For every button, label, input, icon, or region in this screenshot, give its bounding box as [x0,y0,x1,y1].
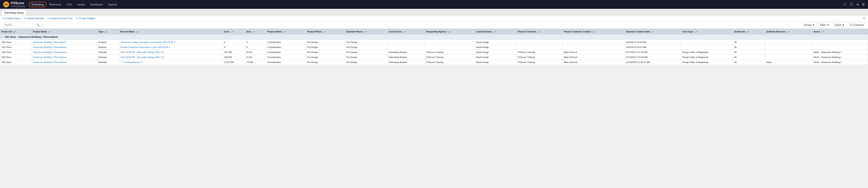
group-row: − CB1 Reno - Classroom Building 1 Renova… [0,34,868,40]
col-project-name[interactable]: Project Name ▲▼ [32,29,97,34]
sort-icon-estimate-revision: ▲▼ [786,31,790,33]
cell-cost-type: Rough Order of Magnitude [681,50,733,55]
help-icon[interactable]: ⓘ [850,2,853,7]
col-estimate-phase[interactable]: Estimate Phase ▲▼ [345,29,388,34]
cell-project-status: Consideration [266,60,306,65]
sort-icon-record-name: ▲▼ [135,31,139,33]
nav-dashboard[interactable]: Dashboard [88,1,105,8]
sort-icon-requesting-agency: ▲▼ [447,31,451,33]
filters-button[interactable]: Filters ▼ [818,23,831,27]
search-wrap: 🔍 [2,23,42,27]
cell-record-name[interactable]: Review Classroom Renovation Costs 2024 0… [119,45,223,50]
search-icon: 🔍 [36,24,39,27]
cell-lead-estimator: David Hough [475,50,517,55]
col-estimate-revision[interactable]: Estimate Revision ▲▼ [765,29,812,34]
nav-reports[interactable]: Reports [106,1,120,8]
cell-record-name[interactable]: CALCULATOR - Renovate Ceilings ONLY v1 [119,50,223,55]
cell-cost-source: Estimating Module [388,50,425,55]
create-analysis-button[interactable]: ✎ Create Analysis [76,17,95,20]
col-project-customer[interactable]: Project Customer ▲▼ [517,29,563,34]
cell-size: 8,125 [245,55,266,60]
cell-record-name[interactable]: CALCULATOR - Renovate Ceilings ONLY v2 [119,55,223,60]
col-system-id[interactable]: System ID ▲▼ [733,29,765,34]
col-cost[interactable]: Cost ▲▼ [223,29,245,34]
cell-asset [812,45,868,50]
cell-estimate-creation-date: 3/4/2024 6:19:27 AM [625,45,681,50]
search-input[interactable] [4,24,36,26]
col-project-status[interactable]: Project Status ▲▼ [266,29,306,34]
create-project-icon: ✎ [2,17,5,20]
nav-assets[interactable]: Assets [75,1,87,8]
groups-chevron-icon: ▼ [812,24,815,26]
cell-type: Estimate [97,55,119,60]
sort-icon-project-customer-contact: ▲▼ [592,31,596,33]
sort-icon-system-id: ▲▼ [746,31,749,33]
tab-estimating-library[interactable]: Estimating Library [2,10,27,16]
col-lead-estimator[interactable]: Lead Estimator ▲▼ [475,29,517,34]
cell-project-name[interactable]: Classroom Building 1 Renovations [32,40,97,45]
col-record-name[interactable]: Record Name ▲▼ [119,29,223,34]
col-cost-type[interactable]: Cost Type ▲▼ [681,29,733,34]
cell-system-id: 46 [733,40,765,45]
col-size[interactable]: Size ▲▼ [245,29,266,34]
cell-record-name[interactable]: *** Funding Request *** [119,60,223,65]
groups-button[interactable]: Groups ▼ [802,23,816,27]
cell-requesting-agency: FOScore Training [425,60,475,65]
col-project-customer-contact[interactable]: Project Customer Contact ▲▼ [563,29,625,34]
col-type[interactable]: Type ▲▼ [97,29,119,34]
refresh-button[interactable]: ↻ [863,17,866,20]
cell-cost-source [388,45,425,50]
group-collapse-icon[interactable]: − [1,35,3,38]
logo-text: FOScore Cost Estimating [11,1,25,7]
cell-requesting-agency [425,45,475,50]
cell-project-status: Consideration [266,40,306,45]
cell-estimate-phase: Pre-Design [345,60,388,65]
cell-project-name[interactable]: Classroom Building 1 Renovations [32,60,97,65]
cell-cost-type [681,45,733,50]
col-requesting-agency[interactable]: Requesting Agency ▲▼ [425,29,475,34]
nav-tco[interactable]: TCO [64,1,74,8]
nav-reference[interactable]: Reference [47,1,64,8]
cell-project-name[interactable]: Classroom Building 1 Renovations [32,50,97,55]
create-analysis-icon: ✎ [76,17,78,20]
cell-asset [812,40,868,45]
col-estimate-creation-date[interactable]: Estimate Creation Date ▲▼ [625,29,681,34]
cell-project-customer [517,45,563,50]
cell-estimate-revision: Initial [765,60,812,65]
header-right: ☺ ⓘ ➜ ⚙ [843,2,865,7]
create-project-button[interactable]: ✎ Create Project [2,17,21,20]
cell-project-customer: FOScore Training [517,60,563,65]
cell-cost: 2,221,009 [223,60,245,65]
table-row: CB1 RenoClassroom Building 1 Renovations… [0,60,868,65]
col-cost-source[interactable]: Cost Source ▲▼ [388,29,425,34]
data-table: Project ID ▲▼ Project Name ▲▼ Type ▲▼ Re… [0,29,868,65]
create-external-cost-button[interactable]: ✎ Create External Cost [47,17,72,20]
cell-project-phase: Pre-Design [306,50,345,55]
create-estimate-button[interactable]: ✎ Create Estimate [24,17,44,20]
cell-project-name[interactable]: Classroom Building 1 Renovations [32,45,97,50]
customize-button[interactable]: ☰ Customize [848,23,866,27]
user-icon[interactable]: ☺ [843,3,847,6]
cell-project-name[interactable]: Classroom Building 1 Renovations [32,55,97,60]
export-button[interactable]: Export ▼ [833,23,846,27]
nav-estimating[interactable]: Estimating [29,2,46,7]
cell-lead-estimator: David Hough [475,55,517,60]
cell-size: 8,125 [245,50,266,55]
cell-record-name[interactable]: Classroom Ceiling Calculator Cost Review… [119,40,223,45]
col-asset[interactable]: Asset ▲▼ [812,29,868,34]
cell-system-id: 46 [733,60,765,65]
cell-cost-source [388,40,425,45]
cell-asset: North - Classroom Building 1 [812,50,868,55]
logout-icon[interactable]: ➜ [856,3,859,6]
col-project-phase[interactable]: Project Phase ▲▼ [306,29,345,34]
toolbar: ✎ Create Project ✎ Create Estimate ✎ Cre… [0,16,868,21]
cell-project-id: CB1 Reno [0,45,32,50]
cell-cost-type: Rough Order of Magnitude [681,60,733,65]
sort-icon-estimate-creation-date: ▲▼ [651,31,655,33]
cell-estimate-creation-date: 2/27/2024 5:37:46 AM [625,55,681,60]
col-project-id[interactable]: Project ID ▲▼ [0,29,32,34]
cell-estimate-phase: Pre-Design [345,55,388,60]
cell-project-id: CB1 Reno [0,60,32,65]
settings-icon[interactable]: ⚙ [862,3,865,6]
sort-icon-project-id: ▲▼ [12,31,16,33]
